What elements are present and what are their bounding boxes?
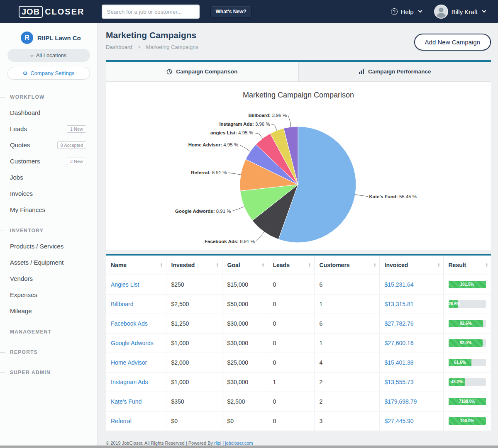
pie-label-billboard: Billboard: 3.96 % xyxy=(249,113,287,118)
campaign-name-link[interactable]: Angies List xyxy=(111,281,139,288)
cell-invoiced: $27,600.16 xyxy=(379,334,443,353)
campaign-name-link[interactable]: Google Adwords xyxy=(111,340,154,346)
campaign-name-link[interactable]: Kate's Fund xyxy=(111,398,142,405)
pie-label-connector xyxy=(271,124,277,130)
table-row-billboard: Billboard$2,500$50,00001$13,315.8126.6% xyxy=(106,295,491,314)
all-locations-dropdown[interactable]: All Locations xyxy=(7,49,90,62)
campaign-name-link[interactable]: Home Advisor xyxy=(111,359,147,366)
whats-new-button[interactable]: What's New? xyxy=(210,6,251,17)
help-menu[interactable]: ? Help xyxy=(391,8,422,15)
sidebar-item-my-finances[interactable]: My Finances xyxy=(0,202,97,218)
campaign-table-card: Name▲▼Invested▲▼Goal▲▼Leads▲▼Customers▲▼… xyxy=(106,254,491,431)
sidebar-item-mileage[interactable]: Mileage xyxy=(0,303,97,319)
tab-campaign-performance[interactable]: Campaign Performance xyxy=(298,62,491,81)
table-row-angies-list: Angies List$250$15,00006$15,231.64101.5% xyxy=(106,275,491,295)
column-header-leads[interactable]: Leads▲▼ xyxy=(268,256,314,275)
tab-label: Campaign Comparison xyxy=(176,68,237,75)
cell-invoiced: $179,698.79 xyxy=(379,392,443,411)
riipl-link[interactable]: riipl xyxy=(214,441,221,446)
sidebar-item-invoices[interactable]: Invoices xyxy=(0,185,97,202)
invoiced-amount-link[interactable]: $27,600.16 xyxy=(385,340,414,346)
result-progress-bar: 61.6% xyxy=(449,359,486,366)
sidebar-item-products-services[interactable]: Products / Services xyxy=(0,238,97,254)
campaign-name-link[interactable]: Billboard xyxy=(111,301,133,307)
campaign-chart-card: Campaign Comparison Campaign Performance… xyxy=(106,60,491,250)
sort-icon[interactable]: ▲▼ xyxy=(437,263,440,268)
status-badge: 8 Accepted xyxy=(57,141,86,149)
invoiced-amount-link[interactable]: $27,445.90 xyxy=(385,418,414,424)
breadcrumb-current: Marketing Campaigns xyxy=(146,44,198,50)
cell-leads: 1 xyxy=(268,373,314,392)
column-header-name[interactable]: Name▲▼ xyxy=(106,256,166,275)
cell-result: 92.0% xyxy=(443,334,491,353)
invoiced-amount-link[interactable]: $179,698.79 xyxy=(385,398,417,405)
invoiced-amount-link[interactable]: $15,231.64 xyxy=(385,281,414,288)
sidebar-item-assets-equipment[interactable]: Assets / Equipment xyxy=(0,254,97,270)
column-header-goal[interactable]: Goal▲▼ xyxy=(222,256,268,275)
sidebar-item-customers[interactable]: Customers3 New xyxy=(0,153,97,169)
company-settings-button[interactable]: ⚙ Company Settings xyxy=(7,67,90,80)
tab-label: Campaign Performance xyxy=(368,68,431,75)
sidebar-section-workflow[interactable]: WORKFLOW xyxy=(0,90,97,105)
campaign-name-link[interactable]: Facebook Ads xyxy=(111,320,148,327)
cell-customers: 4 xyxy=(314,353,379,373)
cell-goal: $30,000 xyxy=(222,314,268,334)
cell-invoiced: $13,315.81 xyxy=(379,295,443,314)
column-header-invoiced[interactable]: Invoiced▲▼ xyxy=(379,256,443,275)
cell-invested: $2,500 xyxy=(166,295,222,314)
sort-icon[interactable]: ▲▼ xyxy=(160,263,163,268)
cell-result: 101.5% xyxy=(443,275,491,295)
sidebar-section-super-admin[interactable]: SUPER ADMIN xyxy=(0,365,97,380)
sidebar: R RIIPL Lawn Co All Locations ⚙ Company … xyxy=(0,23,98,446)
cell-leads: 0 xyxy=(268,314,314,334)
pie-label-connector xyxy=(228,173,241,175)
column-header-customers[interactable]: Customers▲▼ xyxy=(314,256,379,275)
column-header-result[interactable]: Result▲▼ xyxy=(443,256,491,275)
sidebar-item-quotes[interactable]: Quotes8 Accepted xyxy=(0,137,97,153)
search-input[interactable] xyxy=(102,5,200,19)
cell-result: 61.6% xyxy=(443,353,491,373)
invoiced-amount-link[interactable]: $15,401.38 xyxy=(385,359,414,366)
invoiced-amount-link[interactable]: $27,782.76 xyxy=(385,320,414,327)
sort-icon[interactable]: ▲▼ xyxy=(374,263,376,268)
sidebar-item-label: Products / Services xyxy=(10,243,63,250)
tab-campaign-comparison[interactable]: Campaign Comparison xyxy=(106,62,298,81)
invoiced-amount-link[interactable]: $13,315.81 xyxy=(385,301,414,307)
user-menu[interactable]: Billy Kraft xyxy=(434,5,486,19)
top-navbar: JOB CLOSER What's New? ? Help Billy Kraf… xyxy=(0,0,498,23)
footer-copyright-text: © 2019 JobCloser. All Rights Reserved | … xyxy=(106,441,214,446)
sidebar-item-label: Leads xyxy=(10,125,27,132)
sidebar-item-leads[interactable]: Leads1 New xyxy=(0,121,97,137)
sidebar-section-management[interactable]: MANAGEMENT xyxy=(0,324,97,339)
cell-invested: $250 xyxy=(166,275,222,295)
sort-icon[interactable]: ▲▼ xyxy=(262,263,265,268)
sidebar-section-reports[interactable]: REPORTS xyxy=(0,345,97,360)
result-progress-fill: 101.5% xyxy=(449,281,486,288)
sidebar-item-jobs[interactable]: Jobs xyxy=(0,169,97,185)
cell-customers: 6 xyxy=(314,314,379,334)
invoiced-amount-link[interactable]: $13,555.73 xyxy=(385,379,414,385)
sort-icon[interactable]: ▲▼ xyxy=(485,263,488,268)
sidebar-item-expenses[interactable]: Expenses xyxy=(0,287,97,303)
sidebar-item-label: Mileage xyxy=(10,307,32,314)
campaign-name-link[interactable]: Referral xyxy=(111,418,132,424)
result-progress-fill: 61.6% xyxy=(449,359,471,366)
breadcrumb-dashboard[interactable]: Dashboard xyxy=(106,44,132,50)
company-logo: R xyxy=(21,32,33,44)
sort-icon[interactable]: ▲▼ xyxy=(216,263,219,268)
user-name: Billy Kraft xyxy=(452,8,478,15)
jobcloser-logo[interactable]: JOB CLOSER xyxy=(19,6,84,18)
sidebar-section-inventory[interactable]: INVENTORY xyxy=(0,223,97,238)
add-new-campaign-button[interactable]: Add New Campaign xyxy=(414,34,491,51)
sidebar-item-vendors[interactable]: Vendors xyxy=(0,270,97,287)
column-header-label: Result xyxy=(449,262,466,268)
cell-name: Google Adwords xyxy=(106,334,166,353)
column-header-invested[interactable]: Invested▲▼ xyxy=(166,256,222,275)
sidebar-item-dashboard[interactable]: Dashboard xyxy=(0,105,97,121)
cell-name: Kate's Fund xyxy=(106,392,166,411)
campaign-name-link[interactable]: Instagram Ads xyxy=(111,379,148,385)
pie-label-connector xyxy=(254,133,263,139)
jobcloser-site-link[interactable]: jobcloser.com xyxy=(225,441,253,446)
sort-icon[interactable]: ▲▼ xyxy=(308,263,311,268)
cell-invested: $2,000 xyxy=(166,353,222,373)
